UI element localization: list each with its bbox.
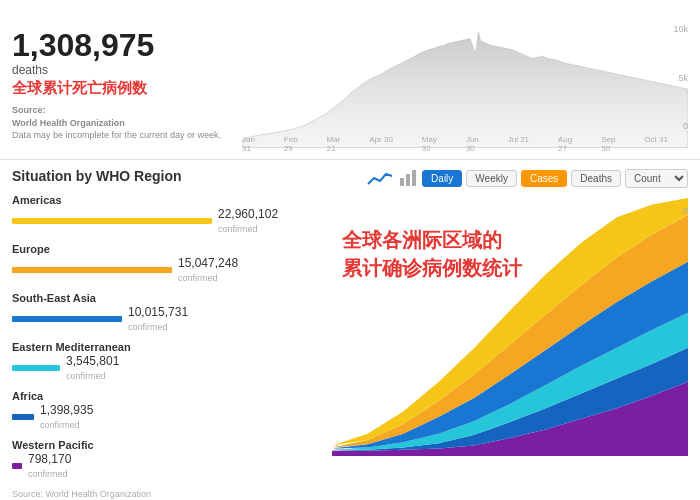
region-bar-em	[12, 365, 60, 371]
bottom-section: Situation by WHO Region Americas 22,960,…	[0, 160, 700, 500]
region-value-em: 3,545,801 confirmed	[66, 354, 119, 382]
x-jun: Jun30	[466, 135, 479, 153]
region-name-em: Eastern Mediterranean	[12, 341, 322, 353]
stacked-area-chart	[332, 196, 688, 456]
region-row-europe: Europe 15,047,248 confirmed	[12, 243, 322, 284]
y-label-5k: 5k	[678, 73, 688, 83]
region-bar-row-africa: 1,398,935 confirmed	[12, 403, 322, 431]
y-label-10k: 10k	[673, 24, 688, 34]
source-title: Source:World Health Organization	[12, 105, 125, 128]
region-value-wp: 798,170 confirmed	[28, 452, 71, 480]
x-may: May30	[422, 135, 437, 153]
region-bar-europe	[12, 267, 172, 273]
region-confirmed-africa: confirmed	[40, 420, 80, 430]
weekly-button[interactable]: Weekly	[466, 170, 517, 187]
region-bar-americas	[12, 218, 212, 224]
region-number-africa: 1,398,935	[40, 403, 93, 417]
deaths-button[interactable]: Deaths	[571, 170, 621, 187]
line-chart-icon[interactable]	[366, 168, 394, 188]
region-bar-row-sea: 10,015,731 confirmed	[12, 305, 322, 333]
x-mar: Mar21	[327, 135, 341, 153]
region-number-em: 3,545,801	[66, 354, 119, 368]
top-chart-area: 10k 5k 0 Jan31 Feb29 Mar21 Apr 30 May30 …	[242, 10, 688, 153]
source-note: Data may be incomplete for the current d…	[12, 130, 221, 140]
region-row-americas: Americas 22,960,102 confirmed	[12, 194, 322, 235]
x-feb: Feb29	[284, 135, 298, 153]
svg-rect-2	[412, 170, 416, 186]
region-name-africa: Africa	[12, 390, 322, 402]
bottom-source-title: Source: World Health Organization	[12, 489, 151, 499]
x-apr: Apr 30	[369, 135, 393, 153]
region-name-wp: Western Pacific	[12, 439, 322, 451]
region-bar-row-americas: 22,960,102 confirmed	[12, 207, 322, 235]
region-row-wp: Western Pacific 798,170 confirmed	[12, 439, 322, 480]
x-oct: Oct 31	[644, 135, 668, 153]
region-confirmed-em: confirmed	[66, 371, 106, 381]
deaths-summary: 1,308,975 deaths 全球累计死亡病例数 Source:World …	[12, 10, 232, 153]
region-value-africa: 1,398,935 confirmed	[40, 403, 93, 431]
top-x-axis: Jan31 Feb29 Mar21 Apr 30 May30 Jun30 Jul…	[242, 135, 668, 153]
top-chart-y-labels: 10k 5k 0	[673, 10, 688, 153]
region-name-americas: Americas	[12, 194, 322, 206]
stacked-chart-panel: Daily Weekly Cases Deaths Count Per 1M 全…	[332, 168, 688, 492]
region-bar-row-em: 3,545,801 confirmed	[12, 354, 322, 382]
region-bar-row-europe: 15,047,248 confirmed	[12, 256, 322, 284]
region-bar-sea	[12, 316, 122, 322]
region-confirmed-sea: confirmed	[128, 322, 168, 332]
count-select[interactable]: Count Per 1M	[625, 169, 688, 188]
region-bar-wp	[12, 463, 22, 469]
svg-rect-1	[406, 174, 410, 186]
bottom-source: Source: World Health Organization ■ Data…	[12, 488, 322, 500]
stacked-chart-container: 全球各洲际区域的累计确诊病例数统计 0	[332, 196, 688, 441]
region-bar-africa	[12, 414, 34, 420]
x-sep: Sep30	[601, 135, 615, 153]
bar-chart-icon[interactable]	[398, 168, 418, 188]
top-deaths-chart	[242, 10, 688, 153]
region-name-europe: Europe	[12, 243, 322, 255]
top-section: 1,308,975 deaths 全球累计死亡病例数 Source:World …	[0, 0, 700, 160]
x-jul: Jul 21	[508, 135, 529, 153]
region-confirmed-americas: confirmed	[218, 224, 258, 234]
region-value-americas: 22,960,102 confirmed	[218, 207, 278, 235]
source-text: Source:World Health Organization Data ma…	[12, 104, 232, 142]
region-panel: Situation by WHO Region Americas 22,960,…	[12, 168, 322, 492]
deaths-label: deaths	[12, 63, 232, 77]
region-number-europe: 15,047,248	[178, 256, 238, 270]
region-number-wp: 798,170	[28, 452, 71, 466]
region-row-africa: Africa 1,398,935 confirmed	[12, 390, 322, 431]
region-number-sea: 10,015,731	[128, 305, 188, 319]
region-bar-row-wp: 798,170 confirmed	[12, 452, 322, 480]
region-number-americas: 22,960,102	[218, 207, 278, 221]
x-aug: Aug27	[558, 135, 572, 153]
region-row-em: Eastern Mediterranean 3,545,801 confirme…	[12, 341, 322, 382]
region-value-sea: 10,015,731 confirmed	[128, 305, 188, 333]
svg-rect-0	[400, 178, 404, 186]
cases-button[interactable]: Cases	[521, 170, 567, 187]
region-confirmed-europe: confirmed	[178, 273, 218, 283]
deaths-label-zh: 全球累计死亡病例数	[12, 79, 232, 98]
controls-row: Daily Weekly Cases Deaths Count Per 1M	[332, 168, 688, 188]
daily-button[interactable]: Daily	[422, 170, 462, 187]
y-label-0: 0	[683, 121, 688, 131]
region-name-sea: South-East Asia	[12, 292, 322, 304]
chart-y-max: 0	[683, 206, 688, 216]
x-jan: Jan31	[242, 135, 255, 153]
section-title: Situation by WHO Region	[12, 168, 322, 184]
region-row-sea: South-East Asia 10,015,731 confirmed	[12, 292, 322, 333]
region-value-europe: 15,047,248 confirmed	[178, 256, 238, 284]
deaths-number: 1,308,975	[12, 28, 232, 63]
region-confirmed-wp: confirmed	[28, 469, 68, 479]
